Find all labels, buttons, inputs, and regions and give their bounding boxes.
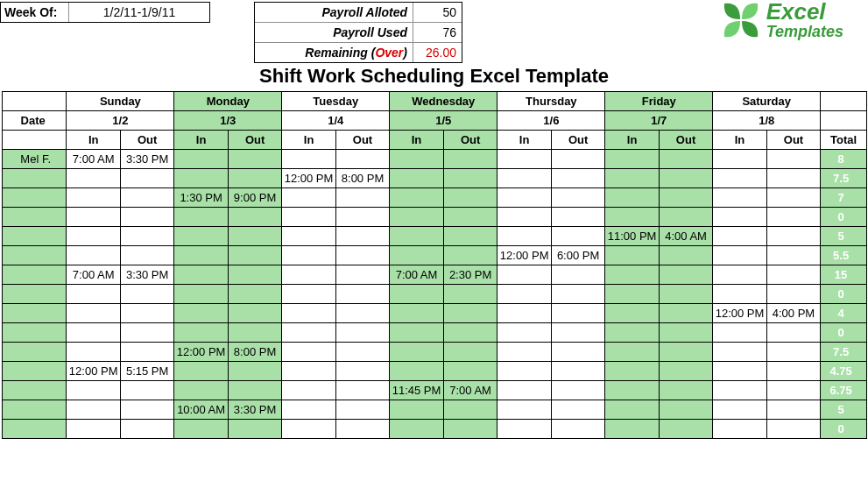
shift-cell[interactable] xyxy=(498,150,552,169)
shift-cell[interactable] xyxy=(766,246,820,265)
shift-cell[interactable] xyxy=(390,400,444,420)
shift-cell[interactable] xyxy=(551,169,604,188)
shift-cell[interactable] xyxy=(67,169,121,188)
shift-cell[interactable] xyxy=(228,362,281,381)
shift-cell[interactable]: 11:00 PM xyxy=(605,227,660,246)
shift-cell[interactable] xyxy=(766,227,820,246)
shift-cell[interactable] xyxy=(282,188,336,208)
shift-cell[interactable] xyxy=(605,265,660,285)
shift-cell[interactable] xyxy=(335,420,389,439)
shift-cell[interactable] xyxy=(174,169,229,188)
shift-cell[interactable]: 3:30 PM xyxy=(120,265,173,285)
shift-cell[interactable] xyxy=(443,362,498,381)
shift-cell[interactable] xyxy=(713,285,767,304)
shift-cell[interactable] xyxy=(498,169,552,188)
shift-cell[interactable] xyxy=(335,285,389,304)
shift-cell[interactable]: 10:00 AM xyxy=(174,400,229,420)
shift-cell[interactable]: 5:15 PM xyxy=(120,362,173,381)
shift-cell[interactable] xyxy=(498,227,552,246)
shift-cell[interactable] xyxy=(174,420,229,439)
shift-cell[interactable] xyxy=(443,420,498,439)
shift-cell[interactable] xyxy=(659,265,712,285)
shift-cell[interactable] xyxy=(282,323,336,343)
shift-cell[interactable] xyxy=(766,420,820,439)
shift-cell[interactable] xyxy=(390,323,444,343)
shift-cell[interactable] xyxy=(335,188,389,208)
shift-cell[interactable]: 9:00 PM xyxy=(228,188,281,208)
shift-cell[interactable] xyxy=(443,400,498,420)
shift-cell[interactable]: 12:00 PM xyxy=(282,169,336,188)
shift-cell[interactable] xyxy=(335,208,389,227)
shift-cell[interactable] xyxy=(659,285,712,304)
shift-cell[interactable] xyxy=(498,265,552,285)
employee-name-cell[interactable] xyxy=(3,246,67,265)
shift-cell[interactable] xyxy=(551,381,604,400)
shift-cell[interactable] xyxy=(120,227,173,246)
shift-cell[interactable] xyxy=(228,265,281,285)
shift-cell[interactable] xyxy=(659,169,712,188)
shift-cell[interactable] xyxy=(335,265,389,285)
shift-cell[interactable] xyxy=(659,304,712,323)
shift-cell[interactable] xyxy=(282,420,336,439)
shift-cell[interactable] xyxy=(67,381,121,400)
shift-cell[interactable] xyxy=(335,343,389,362)
shift-cell[interactable] xyxy=(228,150,281,169)
shift-cell[interactable] xyxy=(713,227,767,246)
shift-cell[interactable] xyxy=(443,169,498,188)
shift-cell[interactable] xyxy=(659,208,712,227)
shift-cell[interactable] xyxy=(67,420,121,439)
shift-cell[interactable] xyxy=(605,304,660,323)
shift-cell[interactable] xyxy=(605,188,660,208)
shift-cell[interactable] xyxy=(605,362,660,381)
shift-cell[interactable] xyxy=(766,323,820,343)
shift-cell[interactable]: 12:00 PM xyxy=(174,343,229,362)
shift-cell[interactable] xyxy=(443,188,498,208)
shift-cell[interactable] xyxy=(443,323,498,343)
shift-cell[interactable] xyxy=(443,208,498,227)
payroll-alloted-value[interactable]: 50 xyxy=(413,3,462,22)
shift-cell[interactable] xyxy=(228,169,281,188)
shift-cell[interactable] xyxy=(228,208,281,227)
shift-cell[interactable] xyxy=(766,169,820,188)
shift-cell[interactable] xyxy=(120,188,173,208)
shift-cell[interactable] xyxy=(174,208,229,227)
shift-cell[interactable] xyxy=(67,208,121,227)
employee-name-cell[interactable] xyxy=(3,304,67,323)
shift-cell[interactable]: 3:30 PM xyxy=(120,150,173,169)
shift-cell[interactable] xyxy=(498,323,552,343)
shift-cell[interactable] xyxy=(551,400,604,420)
shift-cell[interactable] xyxy=(713,323,767,343)
shift-cell[interactable] xyxy=(282,285,336,304)
shift-cell[interactable] xyxy=(282,246,336,265)
shift-cell[interactable] xyxy=(443,150,498,169)
shift-cell[interactable] xyxy=(498,188,552,208)
date-cell[interactable]: 1/5 xyxy=(390,111,498,131)
shift-cell[interactable] xyxy=(282,400,336,420)
shift-cell[interactable] xyxy=(766,343,820,362)
shift-cell[interactable] xyxy=(551,420,604,439)
shift-cell[interactable]: 7:00 AM xyxy=(67,150,121,169)
shift-cell[interactable] xyxy=(443,246,498,265)
shift-cell[interactable] xyxy=(390,420,444,439)
shift-cell[interactable] xyxy=(443,304,498,323)
employee-name-cell[interactable] xyxy=(3,265,67,285)
employee-name-cell[interactable] xyxy=(3,420,67,439)
shift-cell[interactable] xyxy=(605,246,660,265)
shift-cell[interactable]: 4:00 PM xyxy=(766,304,820,323)
shift-cell[interactable]: 3:30 PM xyxy=(228,400,281,420)
shift-cell[interactable] xyxy=(766,381,820,400)
shift-cell[interactable] xyxy=(659,420,712,439)
shift-cell[interactable] xyxy=(174,150,229,169)
shift-cell[interactable] xyxy=(551,227,604,246)
employee-name-cell[interactable] xyxy=(3,169,67,188)
date-cell[interactable]: 1/4 xyxy=(282,111,390,131)
shift-cell[interactable] xyxy=(67,400,121,420)
shift-cell[interactable] xyxy=(335,381,389,400)
shift-cell[interactable] xyxy=(713,400,767,420)
shift-cell[interactable] xyxy=(659,381,712,400)
shift-cell[interactable]: 12:00 PM xyxy=(713,304,767,323)
shift-cell[interactable] xyxy=(228,246,281,265)
shift-cell[interactable] xyxy=(282,381,336,400)
date-cell[interactable]: 1/8 xyxy=(713,111,821,131)
shift-cell[interactable] xyxy=(713,150,767,169)
